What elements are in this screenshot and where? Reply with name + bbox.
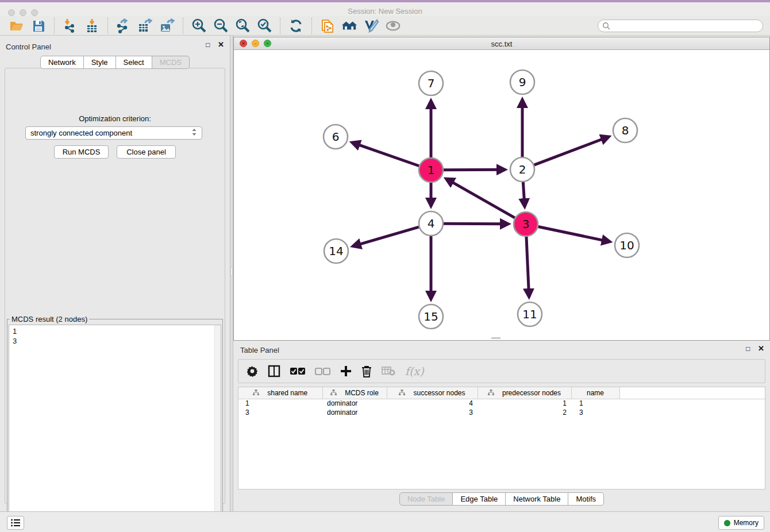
zoom-in-icon[interactable] xyxy=(191,18,207,34)
tab-node-table[interactable]: Node Table xyxy=(399,492,453,506)
network-window-titlebar[interactable]: ✕ − + scc.txt xyxy=(234,37,769,50)
show-columns-icon[interactable] xyxy=(268,365,280,377)
float-panel-icon[interactable]: □ xyxy=(206,41,210,49)
table-panel-title: Table Panel xyxy=(240,345,279,355)
cell-name[interactable]: 1 xyxy=(571,399,619,408)
table-settings-gear-icon[interactable] xyxy=(247,365,258,377)
tab-style[interactable]: Style xyxy=(84,56,116,69)
optimization-criterion-select[interactable]: strongly connected component xyxy=(25,126,202,140)
tab-edge-table[interactable]: Edge Table xyxy=(453,492,506,506)
tab-motifs[interactable]: Motifs xyxy=(568,492,604,506)
network-window: ✕ − + scc.txt 7968124314101511 xyxy=(233,37,770,341)
add-column-icon[interactable] xyxy=(340,365,352,377)
graph-edge-1-2[interactable] xyxy=(444,169,505,170)
table-row[interactable]: 1 dominator 4 1 1 xyxy=(238,399,765,408)
graph-edge-1-6[interactable] xyxy=(352,142,419,166)
export-image-icon[interactable] xyxy=(159,18,175,34)
tab-network[interactable]: Network xyxy=(40,56,84,69)
toolbar-separator xyxy=(311,18,312,34)
save-session-icon[interactable] xyxy=(30,18,47,34)
tab-network-table[interactable]: Network Table xyxy=(506,492,568,506)
toolbar-separator xyxy=(54,18,55,34)
chevron-up-down-icon xyxy=(191,128,197,138)
table-row[interactable]: 3 dominator 3 2 3 xyxy=(238,408,765,417)
canvas-scroll-grip[interactable] xyxy=(491,337,500,339)
task-history-button[interactable] xyxy=(7,516,24,530)
close-panel-button[interactable]: Close panel xyxy=(117,145,176,159)
list-icon xyxy=(11,519,20,527)
search-input[interactable] xyxy=(598,20,763,32)
cell-predecessor-nodes[interactable]: 1 xyxy=(478,399,571,408)
cell-filler xyxy=(619,399,765,408)
cell-predecessor-nodes[interactable]: 2 xyxy=(478,408,571,417)
network-graph[interactable]: 7968124314101511 xyxy=(234,50,769,340)
export-table-icon[interactable] xyxy=(137,18,153,34)
delete-column-icon[interactable] xyxy=(361,365,372,377)
cell-name[interactable]: 3 xyxy=(571,408,619,417)
table-panel: Table Panel □ ✕ f(x) xyxy=(233,342,770,511)
network-overview-icon[interactable] xyxy=(319,18,336,34)
cell-shared-name[interactable]: 1 xyxy=(238,399,322,408)
hide-eye-icon[interactable] xyxy=(385,18,401,34)
network-minimize-button[interactable]: − xyxy=(252,40,259,47)
home-icon[interactable] xyxy=(341,18,357,34)
graph-edge-3-11[interactable] xyxy=(526,237,529,296)
close-panel-icon[interactable]: ✕ xyxy=(218,40,224,49)
network-canvas[interactable]: 7968124314101511 xyxy=(234,50,769,340)
table-header-row[interactable]: shared name MCDS role successor nodes pr… xyxy=(238,387,765,399)
table-panel-window-buttons: □ ✕ xyxy=(740,344,764,353)
graph-node-label-6: 6 xyxy=(332,130,340,144)
optimization-criterion-value: strongly connected component xyxy=(30,129,132,137)
column-successor-nodes[interactable]: successor nodes xyxy=(387,387,478,399)
memory-button[interactable]: Memory xyxy=(718,516,764,530)
control-panel-window-buttons: □ ✕ xyxy=(200,40,224,49)
result-scrollbar[interactable] xyxy=(214,325,221,532)
graph-node-label-3: 3 xyxy=(522,217,530,231)
open-session-icon[interactable] xyxy=(9,18,25,34)
style-edit-icon[interactable] xyxy=(363,18,379,34)
mcds-result-textarea[interactable]: 1 3 xyxy=(9,325,221,532)
column-shared-name[interactable]: shared name xyxy=(238,387,322,399)
float-panel-icon[interactable]: □ xyxy=(746,345,750,353)
graph-edge-4-14[interactable] xyxy=(353,227,419,246)
delete-table-icon[interactable] xyxy=(382,367,395,376)
import-network-icon[interactable] xyxy=(62,18,78,34)
graph-node-label-7: 7 xyxy=(428,76,435,90)
node-table[interactable]: shared name MCDS role successor nodes pr… xyxy=(238,387,765,489)
zoom-selected-icon[interactable] xyxy=(256,18,272,34)
graph-edge-2-8[interactable] xyxy=(534,137,609,165)
splitter-grip[interactable] xyxy=(230,267,233,276)
close-panel-icon[interactable]: ✕ xyxy=(758,344,764,353)
run-mcds-button[interactable]: Run MCDS xyxy=(54,145,109,159)
graph-node-label-11: 11 xyxy=(522,307,537,321)
deselect-all-icon[interactable] xyxy=(315,368,330,375)
graph-edge-2-3[interactable] xyxy=(523,182,525,206)
select-all-icon[interactable] xyxy=(290,368,305,375)
network-maximize-button[interactable]: + xyxy=(264,40,271,47)
function-builder-icon[interactable]: f(x) xyxy=(405,365,424,377)
cell-successor-nodes[interactable]: 3 xyxy=(387,408,478,417)
tab-mcds[interactable]: MCDS xyxy=(152,56,190,69)
tab-select[interactable]: Select xyxy=(116,56,152,69)
zoom-out-icon[interactable] xyxy=(213,18,229,34)
cell-shared-name[interactable]: 3 xyxy=(238,408,322,417)
graph-edge-3-10[interactable] xyxy=(538,227,610,242)
column-name[interactable]: name xyxy=(571,387,619,399)
graph-edge-4-3[interactable] xyxy=(444,223,508,224)
graph-edge-3-1[interactable] xyxy=(446,179,515,218)
cell-mcds-role[interactable]: dominator xyxy=(322,408,387,417)
network-window-title: scc.txt xyxy=(234,37,769,48)
table-toolbar: f(x) xyxy=(238,359,765,383)
refresh-icon[interactable] xyxy=(288,18,304,34)
export-network-icon[interactable] xyxy=(116,18,132,34)
mcds-result-title: MCDS result (2 nodes) xyxy=(10,315,89,323)
import-table-icon[interactable] xyxy=(84,18,100,34)
title-bar: Session: New Session xyxy=(0,2,770,16)
zoom-fit-icon[interactable] xyxy=(234,18,251,34)
network-close-button[interactable]: ✕ xyxy=(240,40,247,47)
cell-mcds-role[interactable]: dominator xyxy=(322,399,387,408)
graph-node-label-2: 2 xyxy=(519,163,526,176)
column-predecessor-nodes[interactable]: predecessor nodes xyxy=(478,387,571,399)
column-mcds-role[interactable]: MCDS role xyxy=(322,387,387,399)
cell-successor-nodes[interactable]: 4 xyxy=(387,399,478,408)
